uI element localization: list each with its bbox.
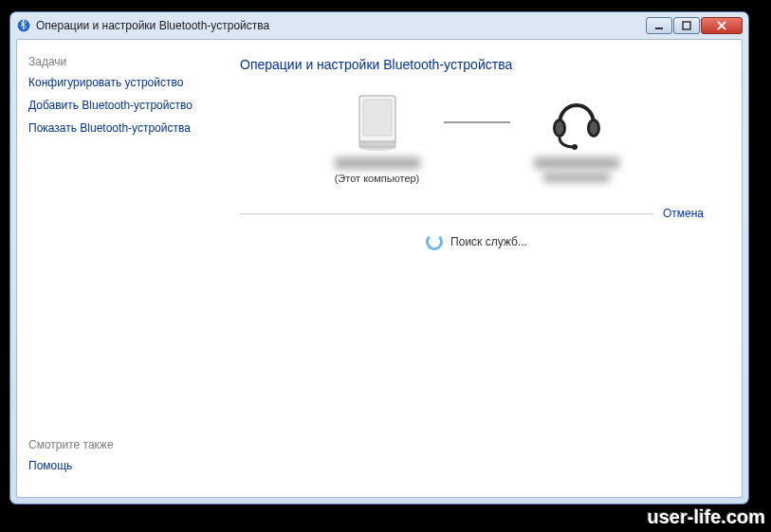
tasks-heading: Задачи	[28, 55, 219, 68]
maximize-button[interactable]	[673, 17, 700, 34]
svg-rect-1	[655, 28, 663, 29]
main-heading: Операции и настройки Bluetooth-устройств…	[240, 57, 713, 72]
sidebar-link-show[interactable]: Показать Bluetooth-устройства	[28, 121, 219, 135]
minimize-button[interactable]	[646, 17, 672, 34]
svg-rect-2	[683, 22, 690, 29]
sidebar: Задачи Конфигурировать устройство Добави…	[17, 40, 230, 497]
sidebar-link-configure[interactable]: Конфигурировать устройство	[28, 76, 219, 89]
computer-icon	[354, 89, 401, 156]
headset-subname-redacted	[543, 173, 610, 182]
see-also-heading: Смотрите также	[28, 438, 219, 451]
headset-icon	[546, 89, 607, 156]
spinner-icon	[426, 233, 443, 250]
divider-row: Отмена	[240, 207, 704, 220]
divider-line	[240, 213, 653, 214]
connection-line	[444, 89, 510, 156]
device-headset	[510, 89, 643, 184]
sidebar-link-help[interactable]: Помощь	[28, 459, 219, 472]
device-row: (Этот компьютер)	[240, 89, 713, 184]
headset-name-redacted	[534, 157, 619, 169]
window-title: Операции и настройки Bluetooth-устройств…	[36, 19, 646, 32]
window-controls	[646, 17, 743, 34]
titlebar[interactable]: Операции и настройки Bluetooth-устройств…	[10, 12, 748, 39]
watermark: user-life.com	[648, 506, 765, 528]
svg-point-0	[18, 20, 30, 32]
main-panel: Операции и настройки Bluetooth-устройств…	[230, 40, 742, 497]
cancel-link[interactable]: Отмена	[663, 207, 704, 220]
client-area: Задачи Конфигурировать устройство Добави…	[16, 39, 743, 498]
close-button[interactable]	[701, 17, 743, 34]
svg-point-10	[590, 121, 597, 135]
svg-point-8	[556, 121, 563, 135]
bluetooth-icon	[16, 18, 31, 33]
progress-row: Поиск служб...	[240, 233, 713, 250]
svg-rect-6	[359, 141, 395, 147]
svg-rect-4	[363, 100, 392, 136]
svg-point-11	[572, 144, 578, 150]
device-computer: (Этот компьютер)	[311, 89, 444, 184]
sidebar-link-add[interactable]: Добавить Bluetooth-устройство	[28, 99, 219, 112]
window-frame: Операции и настройки Bluetooth-устройств…	[9, 11, 749, 504]
progress-text: Поиск служб...	[450, 235, 527, 248]
computer-sublabel: (Этот компьютер)	[335, 173, 420, 184]
computer-name-redacted	[335, 157, 420, 169]
